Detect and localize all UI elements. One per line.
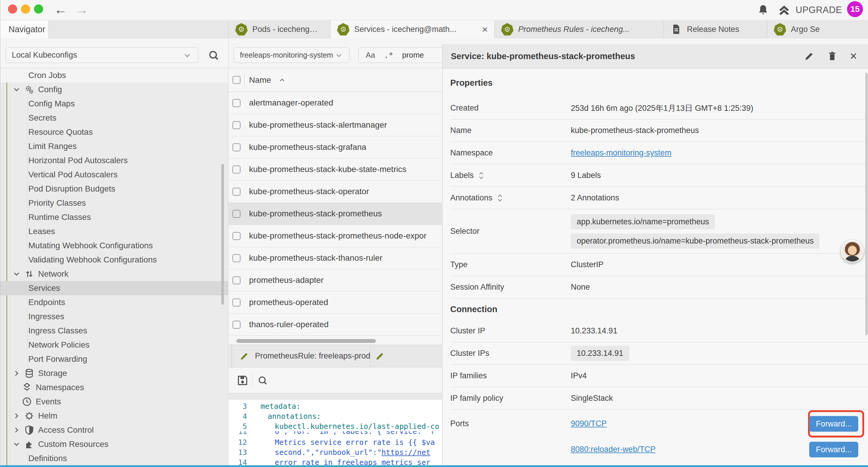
delete-icon[interactable]	[827, 51, 838, 62]
table-row-prometheus-adapter[interactable]: prometheus-adapter	[229, 269, 442, 291]
sidebar-item-priority-classes[interactable]: Priority Classes	[0, 196, 228, 210]
match-case-toggle[interactable]: Aa	[366, 51, 375, 60]
save-icon[interactable]	[236, 374, 249, 387]
regex-toggle[interactable]: .*	[384, 51, 393, 60]
sidebar-item-horizontal-pod-autoscalers[interactable]: Horizontal Pod Autoscalers	[0, 153, 228, 168]
table-row-kube-prometheus-stack-grafana[interactable]: kube-prometheus-stack-grafana	[229, 136, 442, 158]
namespace-link[interactable]: freeleaps-monitoring-system	[571, 148, 672, 157]
row-checkbox[interactable]	[232, 121, 241, 129]
sidebar-scrollbar[interactable]	[221, 164, 224, 305]
close-icon[interactable]: ×	[850, 50, 857, 62]
sidebar-item-network[interactable]: Network	[0, 267, 228, 281]
tab-label: Services - icecheng@math...	[354, 25, 457, 34]
code-text: second.","runbook_url":"https://net	[247, 448, 430, 457]
sidebar-item-storage[interactable]: Storage	[0, 366, 228, 380]
table-row-kube-prometheus-stack-prometheus[interactable]: kube-prometheus-stack-prometheus	[229, 203, 442, 225]
kubernetes-icon	[501, 23, 514, 35]
row-checkbox[interactable]	[232, 143, 241, 151]
row-checkbox[interactable]	[232, 188, 241, 196]
sidebar-item-endpoints[interactable]: Endpoints	[0, 295, 228, 310]
tab-pods-icecheng-mathmas[interactable]: Pods - icecheng@mathmas...	[228, 20, 330, 38]
sidebar-item-events[interactable]: Events	[0, 395, 228, 409]
zoom-window-button[interactable]	[34, 4, 43, 13]
sidebar-item-mutating-webhook-configurations[interactable]: Mutating Webhook Configurations	[0, 238, 228, 253]
horizontal-scrollbar-thumb[interactable]	[236, 339, 376, 343]
sidebar-item-cron-jobs[interactable]: Cron Jobs	[0, 68, 228, 83]
detail-scrollbar[interactable]	[865, 73, 868, 335]
sidebar-item-config[interactable]: Config	[0, 83, 228, 97]
navigator-tab[interactable]: Navigator	[0, 20, 49, 38]
sidebar-item-definitions[interactable]: Definitions	[0, 451, 228, 466]
sidebar-item-custom-resources[interactable]: Custom Resources	[0, 437, 228, 451]
editor-tab-partial[interactable]	[370, 345, 442, 367]
yaml-editor[interactable]: 3metadata:4annotations:5kubectl.kubernet…	[229, 400, 442, 466]
row-checkbox[interactable]	[232, 321, 241, 329]
row-checkbox[interactable]	[232, 210, 241, 218]
sidebar-item-resource-quotas[interactable]: Resource Quotas	[0, 125, 228, 139]
table-row-kube-prometheus-stack-prometheus-node-expor[interactable]: kube-prometheus-stack-prometheus-node-ex…	[229, 225, 442, 247]
table-row-kube-prometheus-stack-alertmanager[interactable]: kube-prometheus-stack-alertmanager	[229, 114, 442, 136]
row-checkbox[interactable]	[232, 232, 241, 240]
sidebar-item-pod-disruption-budgets[interactable]: Pod Disruption Budgets	[0, 182, 228, 196]
sidebar-item-ingresses[interactable]: Ingresses	[0, 310, 228, 324]
table-row-kube-prometheus-stack-kube-state-metrics[interactable]: kube-prometheus-stack-kube-state-metrics	[229, 158, 442, 181]
sidebar-item-vertical-pod-autoscalers[interactable]: Vertical Pod Autoscalers	[0, 168, 228, 182]
sidebar-item-validating-webhook-configurations[interactable]: Validating Webhook Configurations	[0, 253, 228, 267]
service-detail-panel: Service: kube-prometheus-stack-prometheu…	[442, 44, 868, 466]
sidebar-item-config-maps[interactable]: Config Maps	[0, 97, 228, 111]
notification-badge[interactable]: 15	[847, 1, 863, 17]
sidebar-item-leases[interactable]: Leases	[0, 224, 228, 238]
tab-argo-se[interactable]: Argo Se	[767, 20, 868, 38]
service-name: prometheus-adapter	[249, 275, 323, 285]
port-link[interactable]: 9090/TCP	[571, 419, 607, 428]
select-all-checkbox[interactable]	[232, 76, 241, 84]
table-row-prometheus-operated[interactable]: prometheus-operated	[229, 291, 442, 314]
row-checkbox[interactable]	[232, 298, 241, 307]
forward-button[interactable]: Forward...	[809, 416, 858, 432]
forward-button[interactable]: →	[73, 1, 90, 18]
row-checkbox[interactable]	[232, 166, 241, 174]
chevron-down-icon	[12, 440, 21, 449]
assistant-avatar[interactable]	[841, 240, 864, 262]
sort-asc-icon[interactable]	[278, 76, 286, 85]
sidebar-item-access-control[interactable]: Access Control	[0, 423, 228, 437]
table-row-kube-prometheus-stack-operator[interactable]: kube-prometheus-stack-operator	[229, 181, 442, 203]
table-filter-input[interactable]: Aa .* prome	[359, 47, 447, 63]
minimize-window-button[interactable]	[21, 4, 30, 13]
sidebar-item-port-forwarding[interactable]: Port Forwarding	[0, 352, 228, 366]
detail-row-labels: Labels9 Labels	[450, 164, 868, 187]
tab-release-notes[interactable]: Release Notes	[663, 20, 767, 38]
sidebar-item-limit-ranges[interactable]: Limit Ranges	[0, 139, 228, 153]
editor-search-icon[interactable]	[257, 375, 269, 386]
back-button[interactable]: ←	[52, 1, 69, 18]
editor-tab-prometheusrule[interactable]: PrometheusRule: freeleaps-prod-rabbitmq	[231, 345, 370, 367]
upgrade-button[interactable]: UPGRADE	[777, 2, 842, 18]
search-icon[interactable]	[208, 49, 220, 61]
sidebar-item-runtime-classes[interactable]: Runtime Classes	[0, 210, 228, 224]
close-tab-icon[interactable]: ×	[482, 24, 488, 34]
sidebar-item-services[interactable]: Services	[0, 281, 228, 295]
kubeconfig-selector[interactable]: Local Kubeconfigs	[6, 47, 198, 63]
name-column-header[interactable]: Name	[249, 76, 271, 85]
forward-button[interactable]: Forward...	[809, 442, 858, 457]
sidebar-item-namespaces[interactable]: Namespaces	[0, 380, 228, 395]
chevron-down-icon	[12, 85, 21, 94]
tab-services-icecheng-math[interactable]: Services - icecheng@math...×	[330, 20, 494, 38]
row-checkbox[interactable]	[232, 276, 241, 284]
sidebar-item-network-policies[interactable]: Network Policies	[0, 338, 228, 352]
sidebar-item-ingress-classes[interactable]: Ingress Classes	[0, 324, 228, 338]
bell-icon[interactable]	[756, 4, 770, 17]
row-checkbox[interactable]	[232, 254, 241, 262]
sidebar-item-secrets[interactable]: Secrets	[0, 111, 228, 125]
table-row-kube-prometheus-stack-thanos-ruler[interactable]: kube-prometheus-stack-thanos-ruler	[229, 247, 442, 269]
namespace-selector[interactable]: freeleaps-monitoring-system	[234, 47, 349, 63]
row-checkbox[interactable]	[232, 99, 241, 107]
sidebar-item-helm[interactable]: Helm	[0, 409, 228, 423]
table-row-thanos-ruler-operated[interactable]: thanos-ruler-operated	[229, 314, 442, 336]
close-window-button[interactable]	[8, 4, 17, 13]
port-link[interactable]: 8080:reloader-web/TCP	[571, 445, 656, 454]
table-row-alertmanager-operated[interactable]: alertmanager-operated	[229, 92, 442, 114]
sidebar-item-label: Horizontal Pod Autoscalers	[28, 156, 128, 165]
edit-icon[interactable]	[804, 51, 815, 62]
tab-prometheus-rules-icecheng[interactable]: Prometheus Rules - icecheng...	[494, 20, 663, 38]
